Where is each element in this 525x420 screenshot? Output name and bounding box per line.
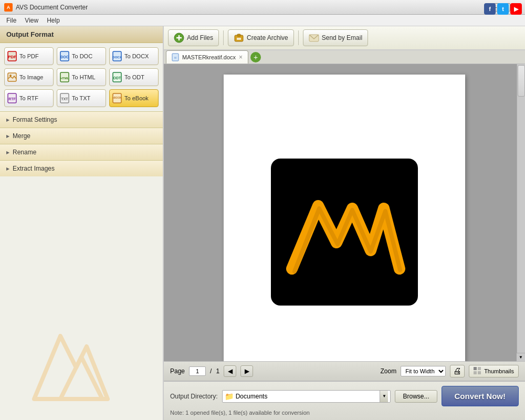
page-nav: Page / 1 ◀ ▶ Zoom Fit to Width 50% 75% 1… [164,361,525,381]
convert-now-button[interactable]: Convert Now! [442,386,519,406]
svg-rect-33 [478,367,481,370]
logo-preview [271,159,418,306]
ebook-icon: eBOOK [112,93,122,103]
file-tab[interactable]: W MASTERkreatif.docx × [166,50,248,64]
toolbar-sep-1 [223,30,224,45]
file-tab-label: MASTERkreatif.docx [182,54,236,60]
doc-icon: DOC [59,51,70,61]
add-files-button[interactable]: Add Files [168,29,219,46]
tab-close-button[interactable]: × [239,54,243,61]
odt-label: To ODT [124,74,144,80]
svg-rect-24 [237,34,240,36]
doc-label: To DOC [72,53,92,59]
menu-file[interactable]: File [2,16,20,25]
bottom-row: Output Directory: 📁 ▼ Browse... Convert … [170,386,519,406]
arrow-right-icon-4: ▶ [6,166,9,171]
main-container: Output Format PDF To PDF DOC To DOC DOCX… [0,26,525,420]
folder-icon: 📁 [225,392,234,401]
txt-label: To TXT [72,95,90,101]
html-label: To HTML [72,74,96,80]
svg-text:TXT: TXT [61,97,68,101]
svg-text:ODT: ODT [113,76,122,80]
prev-icon: ◀ [228,368,233,375]
output-dir-row: Output Directory: 📁 ▼ Browse... [170,390,437,403]
svg-text:PDF: PDF [8,55,16,59]
docx-icon: DOCX [112,51,122,61]
page-total: 1 [216,368,219,375]
print-button[interactable]: 🖨 [450,365,465,377]
toolbar-sep-2 [298,30,299,45]
add-files-icon [174,33,184,43]
create-archive-button[interactable]: Create Archive [228,29,294,46]
tab-bar: W MASTERkreatif.docx × + [164,50,525,64]
rename-label: Rename [13,149,36,156]
format-btn-docx[interactable]: DOCX To DOCX [109,47,159,65]
format-btn-txt[interactable]: TXT To TXT [57,89,106,107]
scrollbar-thumb[interactable] [518,65,525,97]
menu-view[interactable]: View [20,16,43,25]
page-label: Page [170,368,185,375]
thumbnails-button[interactable]: Thumbnails [469,365,519,377]
format-buttons: PDF To PDF DOC To DOC DOCX To DOCX [0,43,163,111]
pdf-label: To PDF [19,53,39,59]
dir-dropdown-button[interactable]: ▼ [380,391,388,402]
format-btn-ebook[interactable]: eBOOK To eBook [109,89,159,107]
rename-header[interactable]: ▶ Rename [0,144,163,160]
thumbnails-icon [474,367,482,375]
send-email-button[interactable]: Send by Email [303,29,368,46]
svg-rect-32 [474,367,477,370]
format-btn-html[interactable]: HTML To HTML [57,68,106,86]
page-prev-button[interactable]: ◀ [224,365,236,377]
ebook-label: To eBook [124,95,149,101]
format-btn-pdf[interactable]: PDF To PDF [4,47,54,65]
status-note: Note: 1 opened file(s), 1 file(s) availa… [170,410,519,416]
page-input[interactable] [189,366,206,376]
add-files-label: Add Files [187,34,213,41]
title-bar: A AVS Document Converter f t ▶ ─ ❐ ✕ [0,0,525,15]
arrow-right-icon-3: ▶ [6,150,9,155]
page-next-button[interactable]: ▶ [240,365,253,377]
dir-input[interactable] [236,393,378,400]
image-icon [7,72,17,82]
zoom-select[interactable]: Fit to Width 50% 75% 100% 125% 150% 200% [401,366,446,376]
svg-rect-35 [478,371,481,374]
thumbnails-label: Thumbnails [484,368,514,374]
print-icon: 🖨 [453,366,461,376]
create-archive-label: Create Archive [247,34,288,41]
format-settings-label: Format Settings [13,116,57,123]
html-icon: HTML [59,72,70,82]
output-dir-label: Output Directory: [170,393,218,400]
format-btn-rtf[interactable]: RTF To RTF [4,89,54,107]
merge-section: ▶ Merge [0,128,163,144]
menu-help[interactable]: Help [43,16,64,25]
scroll-down-button[interactable]: ▼ [517,353,525,361]
format-settings-header[interactable]: ▶ Format Settings [0,112,163,128]
file-tab-icon: W [172,53,179,61]
extract-images-header[interactable]: ▶ Extract Images [0,161,163,176]
preview-area: ▼ [164,64,525,361]
menu-bar: File View Help [0,15,525,26]
format-btn-odt[interactable]: ODT To ODT [109,68,159,86]
zoom-label: Zoom [380,368,396,375]
format-btn-image[interactable]: To Image [4,68,54,86]
facebook-icon[interactable]: f [484,3,496,15]
format-btn-doc[interactable]: DOC To DOC [57,47,106,65]
app-title: AVS Document Converter [16,4,490,11]
twitter-icon[interactable]: t [497,3,509,15]
create-archive-icon [234,33,244,43]
preview-scrollbar[interactable]: ▼ [517,64,525,361]
browse-button[interactable]: Browse... [395,390,437,403]
output-format-header: Output Format [0,26,163,43]
merge-header[interactable]: ▶ Merge [0,128,163,144]
tab-add-button[interactable]: + [250,52,261,62]
pdf-icon: PDF [7,51,17,61]
send-email-label: Send by Email [322,34,362,41]
svg-text:DOCX: DOCX [112,56,121,59]
scroll-down-icon: ▼ [519,355,523,360]
arrow-right-icon: ▶ [6,118,9,122]
youtube-icon[interactable]: ▶ [510,3,522,15]
svg-text:RTF: RTF [8,97,16,101]
svg-text:W: W [174,56,177,59]
svg-rect-34 [474,371,477,374]
next-icon: ▶ [245,368,249,375]
